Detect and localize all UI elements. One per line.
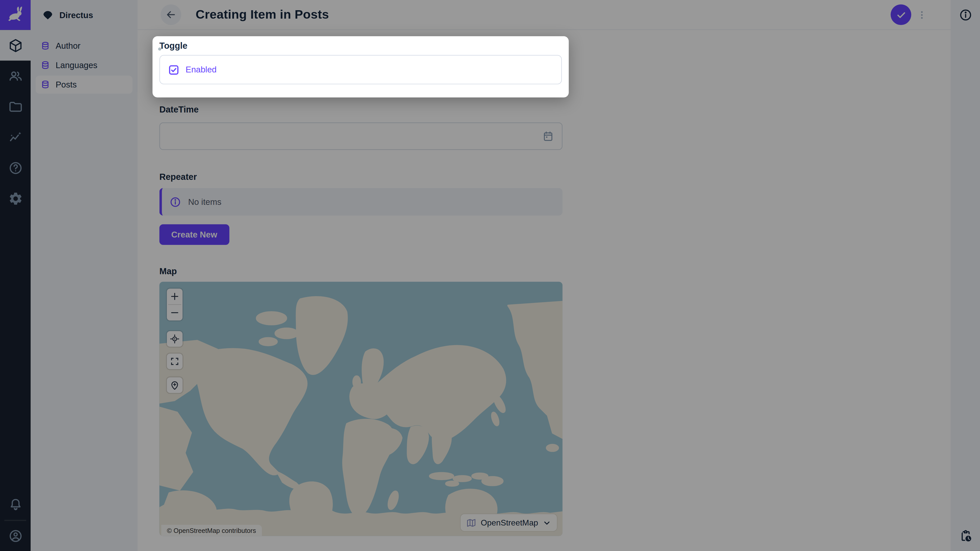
toggle-field-spotlight: Toggle Enabled xyxy=(153,36,569,97)
edited-dot xyxy=(158,48,161,51)
app-window: Directus Author xyxy=(0,0,980,551)
checkbox-label: Enabled xyxy=(186,65,216,75)
checkbox-checked-icon[interactable] xyxy=(168,64,180,75)
toggle-checkbox-field[interactable]: Enabled xyxy=(159,55,562,84)
toggle-label: Toggle xyxy=(159,41,187,51)
